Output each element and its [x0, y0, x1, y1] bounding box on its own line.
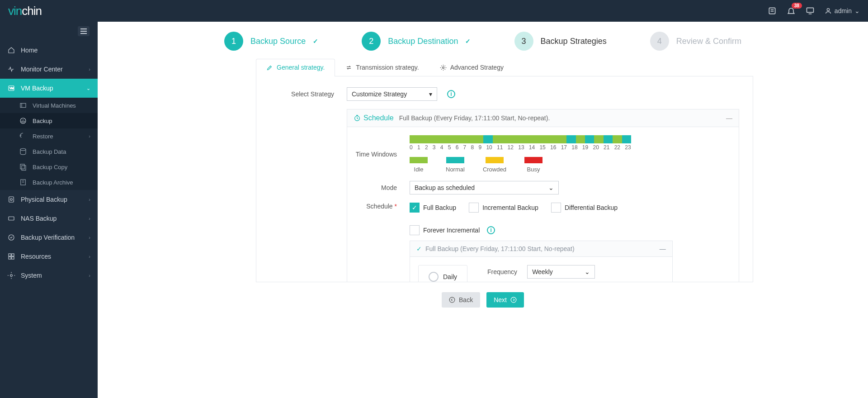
hour-label: 5 — [448, 144, 451, 151]
nav-icon — [19, 147, 27, 156]
sidebar-item-physical-backup[interactable]: Physical Backup› — [0, 190, 98, 209]
legend-item: Normal — [446, 157, 465, 173]
time-slot — [502, 135, 511, 143]
schedule-title: Schedule — [354, 114, 394, 122]
sidebar-sub-backup-data[interactable]: Backup Data — [0, 144, 98, 159]
sidebar-sub-backup-archive[interactable]: Backup Archive — [0, 175, 98, 190]
time-slot — [410, 135, 419, 143]
hour-label: 6 — [456, 144, 459, 151]
step-number: 4 — [650, 32, 669, 51]
bell-icon[interactable]: 38 — [787, 6, 796, 15]
clock-icon — [354, 114, 361, 122]
step-number: 2 — [362, 32, 381, 51]
checkbox-forever-incremental[interactable]: Forever Incremental i — [410, 225, 495, 235]
hour-label: 4 — [440, 144, 443, 151]
time-slot — [483, 135, 492, 143]
step-number: 1 — [224, 32, 243, 51]
time-slot — [576, 135, 585, 143]
caret-down-icon: ⌄ — [548, 184, 554, 191]
sidebar-item-backup-verification[interactable]: Backup Verification› — [0, 228, 98, 247]
frequency-label: Frequency — [486, 268, 517, 275]
app-header: vinchin 38 admin⌄ — [0, 0, 868, 22]
back-button[interactable]: Back — [442, 292, 480, 308]
nav-icon — [7, 252, 15, 261]
sidebar-sub-backup-copy[interactable]: Backup Copy — [0, 159, 98, 175]
nav-icon — [7, 46, 15, 54]
radio-daily[interactable]: Daily — [429, 272, 457, 282]
svg-rect-17 — [9, 217, 14, 220]
pencil-icon — [266, 64, 273, 71]
list-icon[interactable] — [768, 6, 777, 15]
time-slot — [557, 135, 566, 143]
caret-down-icon: ⌄ — [585, 268, 590, 275]
next-button[interactable]: Next — [486, 292, 524, 308]
chevron-right-icon: › — [89, 66, 90, 72]
sidebar-item-vm-backup[interactable]: VMVM Backup⌄ — [0, 79, 98, 98]
tab-advanced[interactable]: Advanced Strategy — [429, 59, 514, 76]
mode-label: Mode — [355, 184, 410, 191]
sidebar-item-resources[interactable]: Resources› — [0, 247, 98, 266]
time-slot — [566, 135, 576, 143]
hour-label: 15 — [539, 144, 545, 151]
select-strategy-dropdown[interactable]: Customize Strategy▾ — [347, 87, 437, 101]
svg-point-16 — [10, 199, 13, 201]
legend-item: Busy — [524, 157, 542, 173]
tab-general[interactable]: General strategy. — [256, 59, 335, 76]
checkbox-differential[interactable]: Differential Backup — [551, 203, 618, 213]
sidebar-sub-backup[interactable]: Backup — [0, 113, 98, 128]
sidebar-item-monitor-center[interactable]: Monitor Center› — [0, 60, 98, 79]
info-icon[interactable]: i — [447, 90, 455, 98]
svg-rect-20 — [12, 254, 14, 256]
checkbox-full-backup[interactable]: ✓Full Backup — [410, 203, 456, 213]
check-icon: ✓ — [416, 245, 422, 252]
checkbox-incremental[interactable]: Incremental Backup — [469, 203, 538, 213]
sidebar-toggle[interactable] — [78, 26, 90, 36]
collapse-icon[interactable]: — — [660, 245, 666, 252]
sidebar-item-home[interactable]: Home — [0, 41, 98, 60]
step-3[interactable]: 3Backup Strategies — [514, 32, 607, 51]
caret-down-icon: ▾ — [429, 90, 432, 98]
time-slot — [622, 135, 631, 143]
sidebar-sub-restore[interactable]: Restore› — [0, 128, 98, 144]
step-2[interactable]: 2Backup Destination✓ — [362, 32, 471, 51]
mode-dropdown[interactable]: Backup as scheduled⌄ — [410, 181, 559, 194]
svg-point-24 — [442, 66, 444, 68]
monitor-icon[interactable] — [806, 6, 815, 15]
time-slot — [474, 135, 483, 143]
legend-swatch — [446, 157, 464, 163]
sidebar-sub-virtual-machines[interactable]: Virtual Machines — [0, 98, 98, 113]
chevron-right-icon: › — [89, 216, 90, 221]
legend-swatch — [410, 157, 428, 163]
step-label: Backup Strategies — [541, 37, 607, 46]
tab-label: Advanced Strategy — [450, 64, 504, 71]
time-slot — [493, 135, 502, 143]
user-icon — [825, 7, 832, 14]
step-number: 3 — [514, 32, 533, 51]
time-slot — [539, 135, 548, 143]
info-icon[interactable]: i — [487, 226, 495, 234]
svg-rect-15 — [9, 197, 14, 202]
step-1[interactable]: 1Backup Source✓ — [224, 32, 318, 51]
gear-icon — [440, 64, 447, 71]
select-value: Backup as scheduled — [415, 184, 475, 191]
tab-transmission[interactable]: Transmission strategy. — [335, 59, 429, 76]
hour-label: 0 — [410, 144, 413, 151]
svg-rect-13 — [22, 166, 26, 171]
time-windows-label: Time Windows — [355, 151, 410, 158]
svg-rect-21 — [9, 257, 11, 259]
check-icon: ✓ — [410, 203, 420, 213]
user-menu[interactable]: admin⌄ — [825, 7, 860, 14]
time-slot — [613, 135, 622, 143]
hour-label: 8 — [471, 144, 474, 151]
nav-icon — [7, 271, 15, 280]
frequency-dropdown[interactable]: Weekly⌄ — [527, 265, 595, 279]
time-slot — [604, 135, 613, 143]
select-strategy-label: Select Strategy — [270, 90, 347, 98]
schedule-desc: Full Backup (Every Friday, 17:11:00 Star… — [399, 114, 550, 122]
main-content: 1Backup Source✓2Backup Destination✓3Back… — [98, 22, 868, 398]
nav-icon — [19, 101, 27, 109]
hour-labels: 01234567891011121314151617181920212223 — [410, 144, 631, 151]
sidebar-item-nas-backup[interactable]: NAS Backup› — [0, 209, 98, 228]
collapse-icon[interactable]: — — [726, 114, 732, 122]
sidebar-item-system[interactable]: System› — [0, 266, 98, 285]
